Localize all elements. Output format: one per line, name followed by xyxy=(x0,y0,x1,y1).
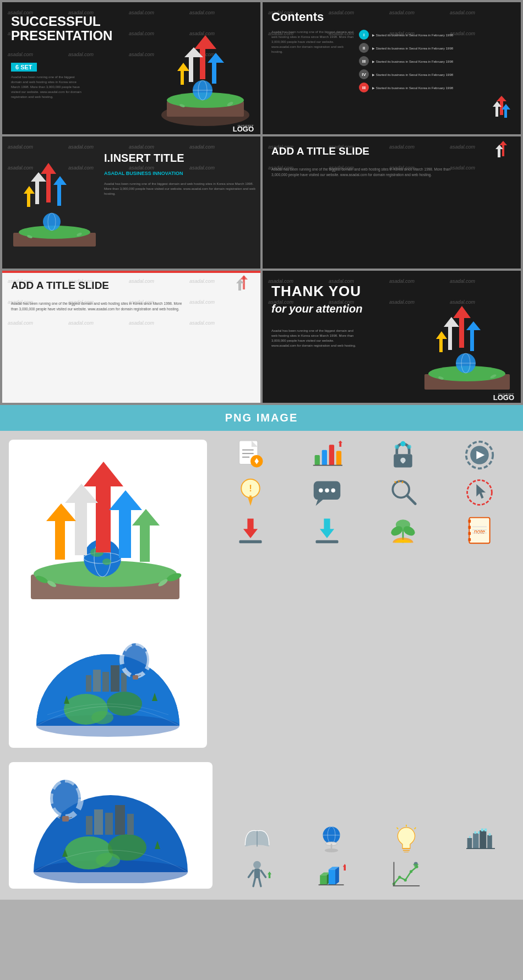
svg-rect-186 xyxy=(478,831,480,834)
svg-rect-198 xyxy=(320,875,326,885)
slide6-logo-text: LOGO xyxy=(493,393,514,402)
svg-point-113 xyxy=(407,445,411,448)
slide2-toc: I ▶ Started its business in Seoul Korea … xyxy=(359,30,516,96)
icon-note: note xyxy=(445,514,515,545)
svg-marker-73 xyxy=(65,484,98,503)
svg-marker-71 xyxy=(84,462,123,486)
svg-point-208 xyxy=(404,879,406,882)
svg-marker-135 xyxy=(320,518,334,538)
slide1-badge: 6 SET xyxy=(11,63,37,72)
svg-marker-7 xyxy=(194,35,216,49)
svg-marker-37 xyxy=(499,141,507,145)
svg-rect-106 xyxy=(336,451,341,466)
svg-marker-10 xyxy=(212,60,216,84)
icon-globe-stand xyxy=(298,824,366,852)
slide4-body: Asadal has been running one of the bigge… xyxy=(271,167,459,178)
svg-rect-185 xyxy=(475,831,476,834)
icon-document xyxy=(216,440,286,470)
svg-marker-30 xyxy=(57,182,61,206)
icon-lightbulb xyxy=(373,824,440,852)
svg-rect-86 xyxy=(102,672,109,692)
slide4-title: ADD A TITLE SLIDE xyxy=(271,145,369,157)
svg-rect-144 xyxy=(468,532,471,535)
svg-rect-201 xyxy=(329,869,335,885)
svg-marker-31 xyxy=(53,176,67,185)
svg-marker-77 xyxy=(46,503,76,521)
icon-cityscape xyxy=(448,824,515,852)
svg-marker-8 xyxy=(189,54,193,82)
icon-bar-chart-3d xyxy=(298,860,366,889)
svg-marker-125 xyxy=(315,500,323,506)
slides-grid: asadal.comasadal.comasadal.comasadal.com… xyxy=(0,0,523,405)
svg-line-193 xyxy=(248,870,253,877)
svg-rect-180 xyxy=(467,838,472,848)
svg-text:!: ! xyxy=(249,483,252,494)
svg-rect-192 xyxy=(254,869,260,878)
icon-info: ! xyxy=(216,477,286,508)
bottom-right-icon-grid xyxy=(224,824,514,889)
svg-point-173 xyxy=(325,848,338,852)
svg-rect-181 xyxy=(473,833,478,848)
slide-3: asadal.comasadal.comasadal.comasadal.com… xyxy=(2,136,260,269)
svg-rect-158 xyxy=(127,814,134,835)
svg-point-123 xyxy=(325,489,329,492)
slide4-mini-arrows xyxy=(493,141,515,165)
slide1-arrows xyxy=(150,24,260,134)
svg-rect-188 xyxy=(484,829,487,831)
svg-marker-197 xyxy=(268,872,271,878)
svg-line-127 xyxy=(407,496,416,504)
slide2-body: Asadal has been running one of the bigge… xyxy=(271,30,354,54)
svg-line-179 xyxy=(414,828,416,829)
svg-point-114 xyxy=(395,445,399,448)
svg-marker-132 xyxy=(476,484,486,499)
svg-rect-85 xyxy=(93,670,101,692)
svg-rect-145 xyxy=(468,538,471,541)
svg-marker-26 xyxy=(46,169,51,202)
icon-bar-chart xyxy=(292,440,362,470)
svg-point-122 xyxy=(319,489,323,492)
svg-marker-70 xyxy=(96,475,111,552)
svg-point-207 xyxy=(398,876,401,879)
slide-6: asadal.comasadal.comasadal.comasadal.com… xyxy=(263,271,521,403)
slide2-mini-arrows xyxy=(488,96,515,129)
slide-4: asadal.comasadal.comasadal.comasadal.com… xyxy=(263,136,521,269)
svg-rect-189 xyxy=(489,833,491,835)
svg-point-112 xyxy=(401,441,406,446)
icon-download-2 xyxy=(292,514,362,545)
png-section-header: PNG IMAGE xyxy=(0,405,523,431)
svg-rect-184 xyxy=(469,836,471,838)
svg-rect-103 xyxy=(314,455,319,466)
icon-plant xyxy=(368,514,438,545)
svg-marker-133 xyxy=(243,518,258,538)
svg-marker-6 xyxy=(200,46,205,79)
svg-marker-56 xyxy=(436,331,447,339)
icon-download-1 xyxy=(216,514,286,545)
svg-rect-182 xyxy=(480,830,487,848)
slide2-title: Contents xyxy=(271,10,324,24)
slide1-title: SUCCESSFUL PRESENTATION xyxy=(11,14,112,43)
slide3-body: Asadal has been running one of the bigge… xyxy=(104,182,256,196)
png-section-title: PNG IMAGE xyxy=(0,412,523,424)
slide5-title: ADD A TITLE SLIDE xyxy=(11,280,109,292)
slide1-logo-text: LOGO xyxy=(233,125,254,133)
svg-line-194 xyxy=(261,870,266,877)
svg-marker-51 xyxy=(448,323,452,350)
slide-2: asadal.comasadal.comasadal.comasadal.com… xyxy=(263,2,521,134)
slide3-arrows xyxy=(2,147,107,269)
svg-marker-203 xyxy=(335,867,339,885)
svg-marker-50 xyxy=(453,306,471,318)
svg-point-209 xyxy=(410,870,412,873)
slide3-company: ASADAL BUSINESS INNOVATION xyxy=(104,171,256,176)
slide5-body: Asadal has been running one of the bigge… xyxy=(11,301,187,312)
svg-point-83 xyxy=(91,711,113,724)
svg-marker-39 xyxy=(495,145,503,149)
svg-rect-111 xyxy=(402,460,404,463)
svg-marker-43 xyxy=(236,279,244,283)
svg-marker-79 xyxy=(132,509,160,525)
svg-marker-13 xyxy=(177,63,189,71)
icon-lock xyxy=(368,440,438,470)
icon-chair xyxy=(224,860,291,889)
bottom-globe-visual xyxy=(9,762,213,889)
svg-marker-41 xyxy=(240,275,248,280)
svg-marker-52 xyxy=(444,317,459,327)
